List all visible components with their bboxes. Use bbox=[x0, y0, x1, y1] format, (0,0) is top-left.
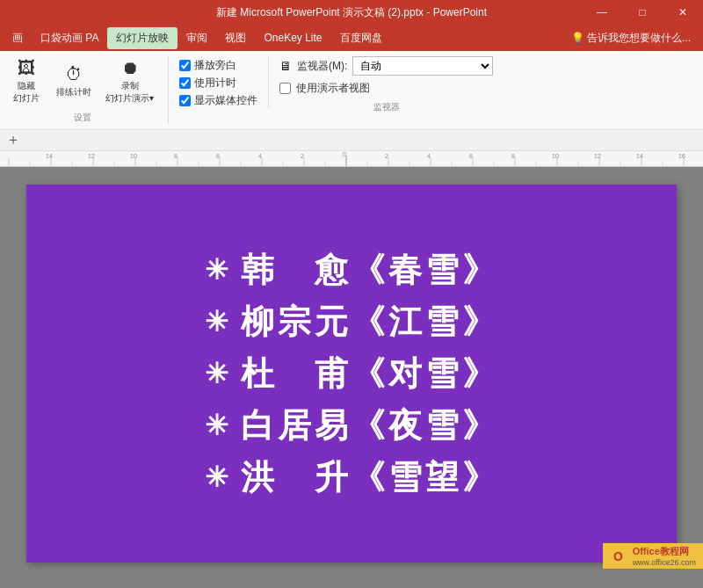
checkbox-media-input[interactable] bbox=[179, 95, 191, 106]
hide-slide-label: 隐藏幻灯片 bbox=[13, 80, 40, 105]
svg-text:8: 8 bbox=[511, 153, 515, 159]
maximize-button[interactable]: □ bbox=[622, 0, 663, 25]
svg-text:16: 16 bbox=[678, 153, 685, 159]
svg-text:14: 14 bbox=[636, 153, 643, 159]
slide-text-4: 洪 升《雪望》 bbox=[241, 455, 499, 500]
bullet-4: ✳ bbox=[205, 461, 232, 494]
svg-text:14: 14 bbox=[46, 153, 53, 159]
record-label: 录制幻灯片演示▾ bbox=[105, 80, 154, 105]
slide-canvas: ✳ 韩 愈《春雪》 ✳ 柳宗元《江雪》 ✳ 杜 甫《对雪》 ✳ 白居易《夜雪》 … bbox=[26, 185, 677, 563]
presenter-row: 使用演示者视图 bbox=[279, 81, 493, 96]
ribbon-group-settings: 🖼 隐藏幻灯片 ⏱ 排练计时 ⏺ 录制幻灯片演示▾ 设置 bbox=[7, 56, 169, 124]
svg-text:4: 4 bbox=[427, 153, 431, 159]
menu-item-view[interactable]: 视图 bbox=[216, 27, 255, 49]
presenter-checkbox[interactable] bbox=[279, 83, 291, 94]
slide-row-2: ✳ 杜 甫《对雪》 bbox=[26, 352, 677, 396]
menu-item-hint[interactable]: 💡 告诉我您想要做什么... bbox=[562, 27, 699, 49]
window-controls: — □ ✕ bbox=[582, 0, 703, 25]
checkbox-narration[interactable]: 播放旁白 bbox=[179, 58, 257, 73]
ribbon-btn-hide-slide[interactable]: 🖼 隐藏幻灯片 bbox=[7, 56, 46, 106]
menu-bar: 画 口袋动画 PA 幻灯片放映 审阅 视图 OneKey Lite 百度网盘 💡… bbox=[0, 25, 703, 51]
rehearse-label: 排练计时 bbox=[56, 86, 91, 98]
ribbon-group-settings-items: 🖼 隐藏幻灯片 ⏱ 排练计时 ⏺ 录制幻灯片演示▾ bbox=[7, 56, 157, 106]
checkbox-timing-input[interactable] bbox=[179, 77, 191, 89]
add-slide-button[interactable]: ＋ bbox=[4, 131, 23, 150]
slide-text-0: 韩 愈《春雪》 bbox=[241, 248, 499, 293]
ribbon: 🖼 隐藏幻灯片 ⏱ 排练计时 ⏺ 录制幻灯片演示▾ 设置 播放旁白 使用计时 bbox=[0, 51, 703, 130]
ribbon-btn-record[interactable]: ⏺ 录制幻灯片演示▾ bbox=[102, 56, 157, 106]
minimize-button[interactable]: — bbox=[582, 0, 622, 25]
rehearse-icon: ⏱ bbox=[65, 64, 83, 84]
checkbox-media-label: 显示媒体控件 bbox=[194, 93, 257, 108]
menu-item-draw[interactable]: 画 bbox=[4, 27, 32, 49]
menu-item-onekey[interactable]: OneKey Lite bbox=[255, 28, 330, 47]
menu-item-baidu[interactable]: 百度网盘 bbox=[331, 27, 391, 49]
monitor-icon: 🖥 bbox=[279, 59, 292, 73]
monitor-label: 监视器(M): bbox=[297, 59, 347, 74]
ribbon-checkboxes: 播放旁白 使用计时 显示媒体控件 bbox=[179, 56, 257, 108]
office-badge-label: Office教程网 bbox=[633, 545, 696, 558]
ribbon-group-monitor-label: 监视器 bbox=[373, 101, 400, 113]
svg-text:6: 6 bbox=[216, 153, 220, 159]
ribbon-btn-rehearse[interactable]: ⏱ 排练计时 bbox=[53, 62, 95, 100]
ruler-svg: // We'll just generate ticks inline 14 1… bbox=[0, 151, 703, 166]
slide-row-0: ✳ 韩 愈《春雪》 bbox=[26, 248, 677, 293]
slide-text-1: 柳宗元《江雪》 bbox=[241, 300, 499, 345]
close-button[interactable]: ✕ bbox=[663, 0, 703, 25]
hide-slide-icon: 🖼 bbox=[18, 58, 35, 78]
slide-row-3: ✳ 白居易《夜雪》 bbox=[26, 403, 677, 448]
ribbon-group-checkboxes: 播放旁白 使用计时 显示媒体控件 bbox=[179, 56, 269, 108]
svg-text:O: O bbox=[613, 549, 623, 563]
svg-text:6: 6 bbox=[469, 153, 473, 159]
app-title: 新建 Microsoft PowerPoint 演示文稿 (2).pptx - … bbox=[216, 5, 487, 20]
checkbox-media[interactable]: 显示媒体控件 bbox=[179, 93, 257, 108]
svg-text:2: 2 bbox=[301, 153, 304, 159]
main-area: ✳ 韩 愈《春雪》 ✳ 柳宗元《江雪》 ✳ 杜 甫《对雪》 ✳ 白居易《夜雪》 … bbox=[0, 167, 703, 588]
slide-text-3: 白居易《夜雪》 bbox=[241, 403, 499, 448]
slide-canvas-wrapper: ✳ 韩 愈《春雪》 ✳ 柳宗元《江雪》 ✳ 杜 甫《对雪》 ✳ 白居易《夜雪》 … bbox=[0, 167, 703, 588]
bullet-1: ✳ bbox=[205, 305, 232, 338]
checkbox-timing-label: 使用计时 bbox=[194, 76, 236, 91]
office-badge-url: www.office26.com bbox=[633, 558, 696, 567]
svg-text:12: 12 bbox=[88, 153, 95, 159]
ribbon-group-settings-label: 设置 bbox=[74, 112, 91, 124]
checkbox-narration-input[interactable] bbox=[179, 60, 191, 71]
svg-text:12: 12 bbox=[594, 153, 601, 159]
office-logo-icon: O bbox=[610, 547, 629, 566]
svg-text:2: 2 bbox=[385, 153, 388, 159]
title-bar: 新建 Microsoft PowerPoint 演示文稿 (2).pptx - … bbox=[0, 0, 703, 25]
menu-item-pocket[interactable]: 口袋动画 PA bbox=[32, 27, 107, 49]
bullet-0: ✳ bbox=[205, 253, 232, 287]
bullet-2: ✳ bbox=[205, 357, 232, 390]
ruler-inner: // We'll just generate ticks inline 14 1… bbox=[0, 151, 703, 166]
presenter-label: 使用演示者视图 bbox=[296, 81, 370, 96]
monitor-row: 🖥 监视器(M): 自动 bbox=[279, 56, 493, 76]
menu-item-review[interactable]: 审阅 bbox=[178, 27, 216, 49]
toolbar-area: ＋ bbox=[0, 130, 703, 151]
monitor-select[interactable]: 自动 bbox=[352, 56, 493, 76]
checkbox-narration-label: 播放旁白 bbox=[194, 58, 236, 73]
ruler: // We'll just generate ticks inline 14 1… bbox=[0, 151, 703, 167]
slide-row-4: ✳ 洪 升《雪望》 bbox=[26, 455, 677, 500]
svg-text:10: 10 bbox=[130, 153, 137, 159]
svg-text:4: 4 bbox=[258, 153, 262, 159]
monitor-section: 🖥 监视器(M): 自动 使用演示者视图 bbox=[279, 56, 493, 96]
record-icon: ⏺ bbox=[121, 58, 139, 78]
bullet-3: ✳ bbox=[205, 409, 232, 442]
svg-text:8: 8 bbox=[174, 153, 178, 159]
menu-item-slideshow[interactable]: 幻灯片放映 bbox=[107, 27, 178, 49]
svg-text:0: 0 bbox=[343, 151, 346, 157]
slide-row-1: ✳ 柳宗元《江雪》 bbox=[26, 300, 677, 345]
ribbon-group-monitor: 🖥 监视器(M): 自动 使用演示者视图 监视器 bbox=[279, 56, 504, 113]
office-badge[interactable]: O Office教程网 www.office26.com bbox=[603, 543, 703, 569]
slide-text-2: 杜 甫《对雪》 bbox=[241, 352, 499, 396]
checkbox-timing[interactable]: 使用计时 bbox=[179, 76, 257, 91]
svg-text:10: 10 bbox=[552, 153, 559, 159]
